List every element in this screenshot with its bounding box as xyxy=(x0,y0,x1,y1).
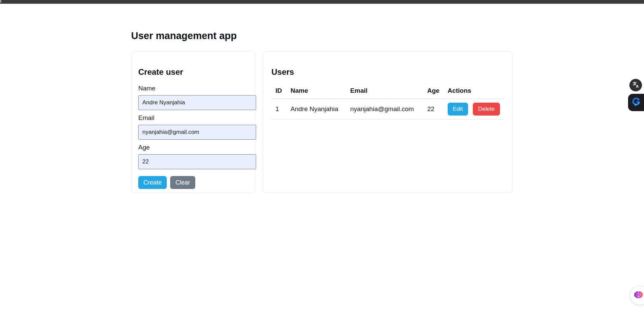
cell-age: 22 xyxy=(423,99,444,120)
users-card: Users ID Name Email Age Actions 1 Andre … xyxy=(263,51,513,193)
ai-assistant-icon xyxy=(631,97,641,108)
translate-icon: A xyxy=(632,81,640,90)
brain-icon xyxy=(633,290,644,301)
cards-row: Create user Name Email Age Create Clear … xyxy=(131,51,513,193)
age-label: Age xyxy=(138,144,248,151)
create-user-card: Create user Name Email Age Create Clear xyxy=(131,51,255,193)
ai-assistant-extension-button[interactable] xyxy=(628,94,644,111)
email-label: Email xyxy=(138,114,248,122)
top-bar-notch xyxy=(0,0,1,3)
clear-button[interactable]: Clear xyxy=(170,176,195,189)
form-buttons: Create Clear xyxy=(138,176,248,189)
delete-button[interactable]: Delete xyxy=(473,103,500,116)
age-input[interactable] xyxy=(138,154,256,169)
svg-text:A: A xyxy=(636,84,639,88)
cell-name: Andre Nyanjahia xyxy=(286,99,346,120)
create-button[interactable]: Create xyxy=(138,176,167,189)
cell-id: 1 xyxy=(271,99,286,120)
brain-extension-button[interactable] xyxy=(630,286,644,305)
main-content: User management app Create user Name Ema… xyxy=(131,30,513,193)
table-header-row: ID Name Email Age Actions xyxy=(271,84,504,99)
edit-button[interactable]: Edit xyxy=(448,103,468,116)
header-name: Name xyxy=(286,84,346,99)
name-input[interactable] xyxy=(138,95,256,110)
table-row: 1 Andre Nyanjahia nyanjahia@gmail.com 22… xyxy=(271,99,504,120)
translate-extension-button[interactable]: A xyxy=(629,79,642,91)
header-actions: Actions xyxy=(444,84,504,99)
header-email: Email xyxy=(346,84,423,99)
header-id: ID xyxy=(271,84,286,99)
cell-email: nyanjahia@gmail.com xyxy=(346,99,423,120)
page-title: User management app xyxy=(131,30,513,42)
window-top-bar xyxy=(0,0,644,4)
name-label: Name xyxy=(138,85,248,92)
users-table: ID Name Email Age Actions 1 Andre Nyanja… xyxy=(271,84,504,120)
email-input[interactable] xyxy=(138,125,256,140)
create-user-heading: Create user xyxy=(138,67,248,77)
users-heading: Users xyxy=(271,67,504,77)
header-age: Age xyxy=(423,84,444,99)
cell-actions: Edit Delete xyxy=(444,99,504,120)
